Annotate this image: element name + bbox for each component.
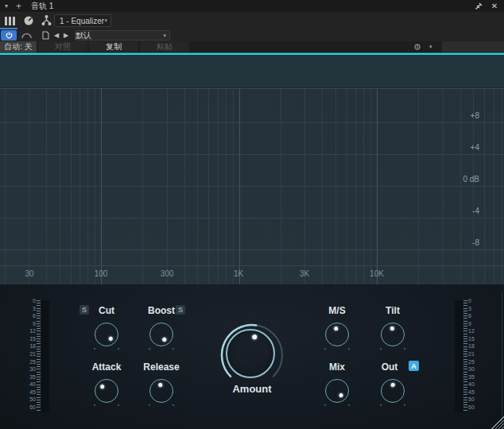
output-meter: 03691215182125303540455060 [455, 300, 479, 412]
input-meter-scale: 03691215182125303540455060 [25, 298, 36, 410]
eq-graph[interactable]: +8+40 dB-4-8301003001K3K10K [0, 88, 504, 284]
plugin-instance-select[interactable]: 1 - Equalizer ▾ [54, 14, 111, 27]
add-plugin-button[interactable]: + [16, 2, 21, 11]
window-title: 音轨 1 [31, 1, 53, 12]
action-toolbar: 自动: 关 对照 复制 粘贴 ⚙ ▾ [0, 41, 504, 52]
daw-preset-select[interactable]: 默认 ▾ [75, 30, 170, 41]
boost-solo-badge[interactable]: S [176, 305, 185, 315]
gear-icon[interactable]: ⚙ [413, 41, 421, 52]
plugin-header: W EQUALIZER ◀ Default ▶ [0, 55, 504, 88]
ms-knob-indicator [334, 327, 339, 331]
preset-prev-arrow[interactable]: ◀ [54, 30, 59, 41]
out-auto-badge[interactable]: A [409, 361, 419, 371]
compare-button[interactable]: 对照 [38, 41, 87, 52]
attack-knob-indicator [99, 384, 105, 389]
amount-knob[interactable] [219, 322, 285, 388]
channel-strip-icon[interactable] [2, 14, 17, 27]
plugin-toolbar: 1 - Equalizer ▾ [0, 12, 504, 29]
ms-knob[interactable] [325, 323, 349, 346]
automation-button[interactable]: 自动: 关 [0, 41, 37, 52]
preset-file-icon[interactable] [40, 30, 51, 41]
output-meter-track [455, 300, 463, 412]
routing-icon[interactable] [38, 14, 54, 27]
knob-view-icon[interactable] [21, 14, 37, 27]
plugin-power-button[interactable] [1, 30, 17, 41]
toolbar-side-panel [442, 41, 504, 52]
release-knob[interactable] [149, 379, 173, 403]
boost-knob-indicator [161, 337, 167, 342]
tilt-knob[interactable] [381, 323, 405, 346]
panel-edge-line [502, 291, 502, 424]
settings-caret-icon[interactable]: ▾ [429, 41, 432, 52]
ms-label: M/S [313, 305, 361, 316]
attack-knob[interactable] [95, 379, 118, 403]
out-knob-indicator [391, 383, 395, 387]
close-icon[interactable]: ✕ [488, 2, 501, 11]
output-meter-scale: 03691215182125303540455060 [468, 298, 479, 410]
cut-knob-indicator [108, 336, 114, 342]
cut-label: Cut [83, 305, 130, 316]
mix-label: Mix [313, 361, 361, 373]
input-meter: 03691215182125303540455060 [25, 300, 49, 412]
output-meter-ticks [463, 300, 467, 412]
daw-window: ▾ + 音轨 1 ✕ 1 - Equalizer ▾ [0, 0, 504, 429]
mix-knob-indicator [338, 392, 343, 398]
preset-toolbar: ◀ ▶ 默认 ▾ [0, 29, 504, 41]
input-meter-track [41, 300, 49, 412]
boost-knob[interactable] [149, 323, 173, 346]
pin-icon[interactable] [472, 2, 485, 11]
amount-knob-indicator [252, 334, 258, 340]
out-label: Out [366, 361, 413, 373]
release-knob-indicator [158, 383, 163, 388]
paste-button[interactable]: 粘贴 [140, 41, 189, 52]
tilt-knob-indicator [390, 327, 394, 330]
tilt-label: Tilt [369, 305, 417, 316]
copy-button[interactable]: 复制 [89, 41, 138, 52]
cut-knob[interactable] [95, 323, 118, 346]
bypass-curve-icon[interactable] [19, 30, 33, 41]
out-knob[interactable] [381, 379, 405, 403]
attack-label: Attack [83, 361, 130, 373]
mix-knob[interactable] [325, 379, 349, 403]
input-meter-ticks [37, 300, 41, 412]
window-title-bar: ▾ + 音轨 1 ✕ [0, 0, 504, 12]
preset-next-arrow[interactable]: ▶ [64, 30, 68, 41]
track-dropdown-caret[interactable]: ▾ [5, 2, 8, 10]
release-label: Release [138, 361, 185, 373]
